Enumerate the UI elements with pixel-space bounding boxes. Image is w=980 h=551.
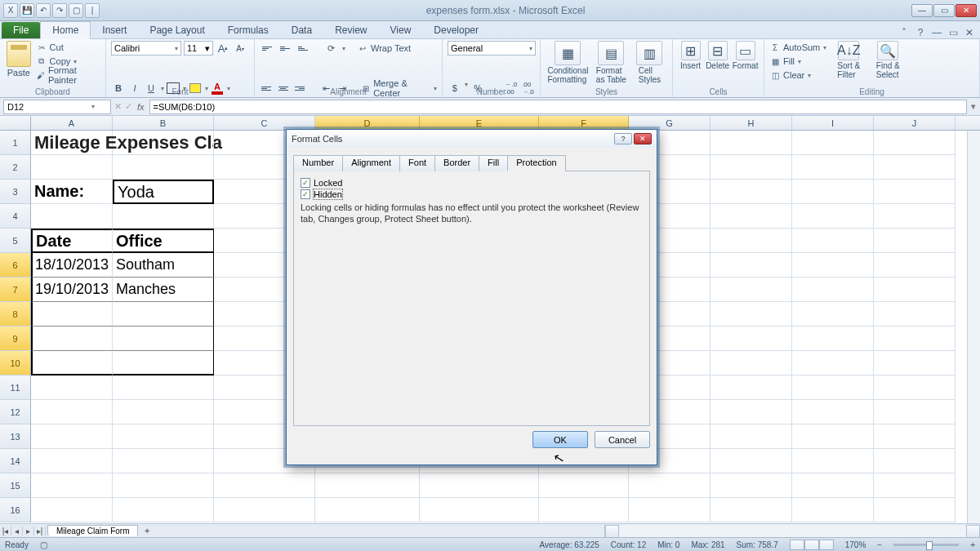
hidden-label: Hidden: [314, 189, 342, 199]
hidden-checkbox-row[interactable]: ✓ Hidden: [301, 189, 643, 199]
dialog-tab-protection[interactable]: Protection: [507, 155, 566, 171]
hidden-checkbox[interactable]: ✓: [301, 189, 310, 199]
dialog-tabs: Number Alignment Font Border Fill Protec…: [293, 154, 650, 171]
dialog-titlebar[interactable]: Format Cells ? ✕: [287, 130, 657, 148]
locked-checkbox-row[interactable]: ✓ Locked: [301, 178, 643, 188]
dialog-tab-alignment[interactable]: Alignment: [342, 155, 400, 171]
cancel-button[interactable]: Cancel: [595, 431, 650, 448]
dialog-title: Format Cells: [292, 134, 342, 144]
dialog-backdrop: Format Cells ? ✕ Number Alignment Font B…: [0, 0, 980, 551]
format-cells-dialog: Format Cells ? ✕ Number Alignment Font B…: [286, 129, 657, 465]
dialog-close-icon[interactable]: ✕: [634, 133, 652, 144]
protection-note: Locking cells or hiding formulas has no …: [301, 202, 643, 225]
dialog-tab-number[interactable]: Number: [293, 155, 343, 171]
dialog-tab-border[interactable]: Border: [434, 155, 479, 171]
dialog-tab-fill[interactable]: Fill: [479, 155, 508, 171]
ok-button[interactable]: OK: [532, 431, 588, 448]
dialog-tab-font[interactable]: Font: [399, 155, 435, 171]
dialog-pane-protection: ✓ Locked ✓ Hidden Locking cells or hidin…: [293, 171, 650, 426]
dialog-help-icon[interactable]: ?: [614, 133, 632, 144]
locked-label: Locked: [314, 178, 342, 188]
locked-checkbox[interactable]: ✓: [301, 178, 310, 188]
